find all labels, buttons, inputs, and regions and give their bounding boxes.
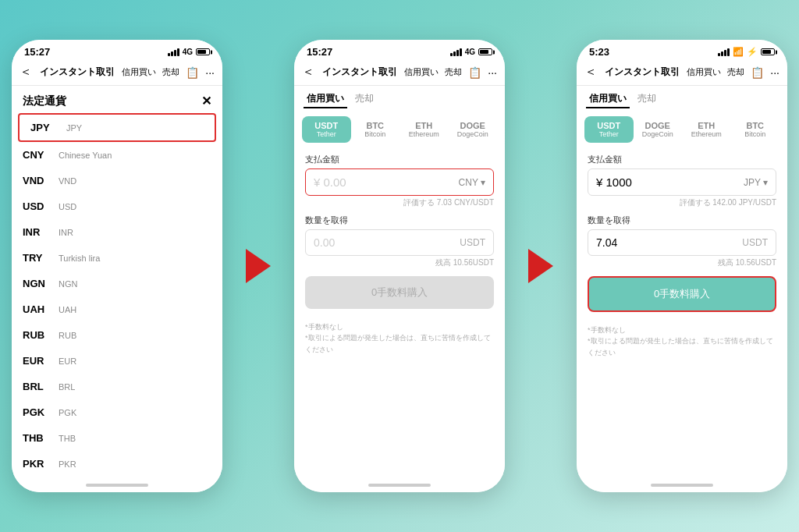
pay-value-3: ¥ 1000 [596, 176, 744, 189]
currency-sub: Turkish lira [59, 254, 100, 263]
currency-sub: EUR [59, 356, 76, 366]
crypto-name: DogeCoin [452, 130, 495, 138]
currency-sub: NGN [59, 279, 77, 289]
currency-sub: BRL [59, 382, 75, 392]
currency-item-CNY[interactable]: CNY Chinese Yuan [12, 142, 222, 168]
currency-item-THB[interactable]: THB THB [12, 425, 222, 451]
credit-buy-btn-3[interactable]: 信用買い [687, 66, 721, 78]
home-indicator-3 [577, 478, 787, 492]
currency-item-JPY[interactable]: JPY JPY [18, 113, 216, 142]
crypto-ticker: USDT [588, 121, 630, 130]
list-title: 法定通貨 [23, 94, 66, 108]
crypto-tab-DOGE-3[interactable]: DOGE DogeCoin [634, 116, 683, 143]
network-label-1: 4G [183, 48, 193, 56]
arrow-1 [246, 249, 271, 283]
currency-code: TRY [23, 252, 52, 264]
more-icon-1[interactable]: ··· [205, 66, 215, 79]
buy-button-2[interactable]: 0手数料購入 [305, 276, 494, 309]
crypto-tab-USDT-2[interactable]: USDT Tether [302, 116, 351, 143]
pay-label-2: 支払金額 [305, 154, 494, 165]
currency-code: USD [23, 200, 52, 212]
qty-value-2: 0.00 [314, 236, 460, 249]
status-icons-1: 4G [168, 48, 210, 56]
pay-currency-3[interactable]: JPY ▾ [744, 177, 768, 188]
currency-code: INR [23, 226, 52, 238]
buy-button-3[interactable]: 0手数料購入 [588, 276, 776, 312]
footnote-3: *手数料なし *取引による問題が発生した場合は、直ちに苦情を作成してください [577, 325, 787, 364]
crypto-tab-DOGE-2[interactable]: DOGE DogeCoin [449, 116, 498, 143]
currency-item-RUB[interactable]: RUB RUB [12, 322, 222, 348]
crypto-ticker: BTC [734, 121, 777, 130]
currency-item-VND[interactable]: VND VND [12, 168, 222, 193]
status-time-2: 15:27 [307, 46, 332, 58]
nav-actions-3: 信用買い 売却 📋 ··· [687, 66, 779, 79]
crypto-tab-USDT-3[interactable]: USDT Tether [584, 116, 634, 143]
currency-item-NGN[interactable]: NGN NGN [12, 271, 222, 296]
document-icon-2[interactable]: 📋 [468, 66, 481, 79]
crypto-name: Ethereum [685, 130, 728, 138]
wifi-icon-3: 📶 [733, 47, 744, 57]
crypto-tab-ETH-3[interactable]: ETH Ethereum [682, 116, 731, 143]
currency-sub: USD [59, 202, 76, 211]
form-section-3: 支払金額 ¥ 1000 JPY ▾ 評価する 142.00 JPY/USDT 数… [577, 147, 787, 325]
crypto-tabs-2: USDT Tether BTC Bitcoin ETH Ethereum DOG… [294, 112, 505, 147]
nav-actions-1: 信用買い 売却 📋 ··· [122, 66, 215, 79]
lightning-icon-3: ⚡ [747, 47, 758, 57]
crypto-ticker: DOGE [637, 121, 680, 130]
pay-currency-2[interactable]: CNY ▾ [459, 177, 485, 188]
tab-sell-3[interactable]: 売却 [634, 90, 659, 108]
currency-code: VND [23, 175, 52, 186]
currency-item-PKR[interactable]: PKR PKR [12, 451, 222, 477]
more-icon-2[interactable]: ··· [488, 66, 497, 79]
currency-item-TRY[interactable]: TRY Turkish lira [12, 245, 222, 271]
currency-code: PGK [23, 406, 52, 418]
document-icon-1[interactable]: 📋 [186, 66, 199, 79]
currency-item-EUR[interactable]: EUR EUR [12, 348, 222, 374]
more-icon-3[interactable]: ··· [770, 66, 779, 79]
status-bar-1: 15:27 4G [12, 40, 222, 61]
sub-tabs-2: 信用買い 売却 [294, 86, 505, 112]
currency-sub: VND [59, 176, 76, 186]
signal-icon-2 [450, 48, 462, 56]
status-time-1: 15:27 [24, 46, 50, 58]
pay-input-row-3[interactable]: ¥ 1000 JPY ▾ [588, 168, 776, 196]
content-2: 信用買い 売却 USDT Tether BTC Bitcoin ETH Ethe… [294, 86, 505, 478]
currency-item-BRL[interactable]: BRL BRL [12, 374, 222, 399]
crypto-name: Tether [588, 130, 630, 138]
nav-bar-3: ＜ インスタント取引 信用買い 売却 📋 ··· [577, 61, 787, 86]
nav-title-3: インスタント取引 [602, 66, 682, 79]
currency-item-PGK[interactable]: PGK PGK [12, 399, 222, 425]
back-button-2[interactable]: ＜ [302, 64, 314, 80]
currency-item-INR[interactable]: INR INR [12, 219, 222, 245]
qty-label-2: 数量を取得 [305, 215, 494, 226]
currency-item-USD[interactable]: USD USD [12, 193, 222, 219]
crypto-tab-BTC-3[interactable]: BTC Bitcoin [731, 116, 780, 143]
document-icon-3[interactable]: 📋 [751, 66, 764, 79]
close-button[interactable]: ✕ [201, 94, 211, 108]
currency-item-UAH[interactable]: UAH UAH [12, 296, 222, 322]
home-indicator-2 [294, 478, 505, 492]
sell-btn-1[interactable]: 売却 [162, 66, 179, 78]
footnote-line2-3: *取引による問題が発生した場合は、直ちに苦情を作成してください [588, 335, 776, 358]
content-3: 信用買い 売却 USDT Tether DOGE DogeCoin ETH Et… [577, 86, 787, 478]
status-icons-3: 📶 ⚡ [718, 47, 775, 57]
crypto-tab-BTC-2[interactable]: BTC Bitcoin [351, 116, 400, 143]
nav-bar-2: ＜ インスタント取引 信用買い 売却 📋 ··· [294, 61, 505, 86]
credit-buy-btn-2[interactable]: 信用買い [404, 66, 439, 78]
tab-credit-buy-3[interactable]: 信用買い [586, 90, 630, 108]
status-bar-3: 5:23 📶 ⚡ [577, 40, 787, 61]
back-button-3[interactable]: ＜ [584, 64, 597, 80]
battery-icon-1 [196, 48, 210, 55]
currency-sub: PKR [59, 459, 76, 469]
credit-buy-btn-1[interactable]: 信用買い [122, 66, 156, 78]
sell-btn-2[interactable]: 売却 [445, 66, 462, 78]
sell-btn-3[interactable]: 売却 [727, 66, 744, 78]
crypto-name: Ethereum [403, 130, 446, 138]
footnote-2: *手数料なし *取引による問題が発生した場合は、直ちに苦情を作成してください [294, 321, 505, 361]
crypto-tab-ETH-2[interactable]: ETH Ethereum [400, 116, 449, 143]
tab-credit-buy-2[interactable]: 信用買い [304, 90, 347, 108]
sub-tabs-3: 信用買い 売却 [577, 86, 787, 112]
tab-sell-2[interactable]: 売却 [352, 90, 377, 108]
pay-input-row-2[interactable]: ¥ 0.00 CNY ▾ [305, 168, 494, 196]
back-button-1[interactable]: ＜ [20, 64, 32, 80]
